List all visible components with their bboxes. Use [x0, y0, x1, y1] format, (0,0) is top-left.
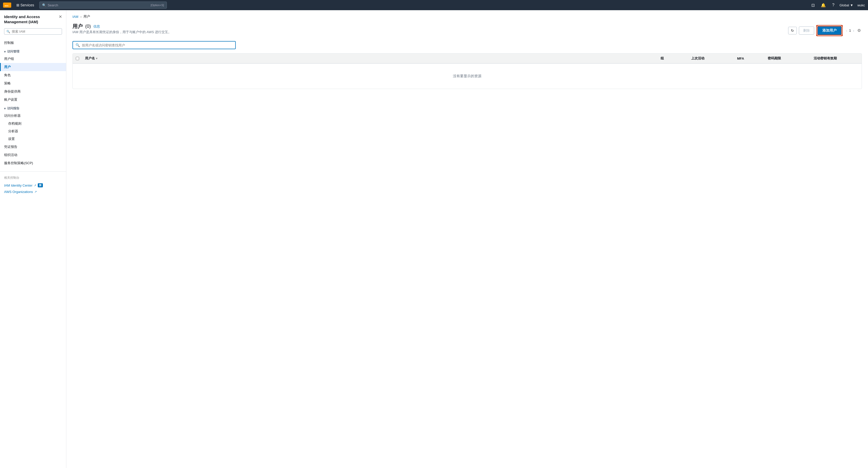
table-header-access-key-age[interactable]: 活动密钥有效期 — [811, 54, 862, 63]
users-search-input[interactable] — [82, 43, 233, 47]
chevron-down-icon: ▼ — [850, 3, 854, 7]
users-search-bar: 🔍 — [72, 41, 236, 49]
related-label: 相关控制台 — [4, 176, 62, 180]
nav-icons: ⊡ 🔔 ? Global ▼ wukc — [810, 2, 865, 9]
table-header-checkbox — [73, 54, 82, 63]
user-menu[interactable]: wukc — [857, 3, 865, 7]
table-header-username[interactable]: 用户名 ▾ — [82, 54, 657, 63]
section-label: 访问管理 — [7, 49, 20, 54]
sidebar-item-settings[interactable]: 设置 — [0, 135, 66, 143]
app-layout: Identity and Access Management (IAM) ✕ 🔍… — [0, 10, 868, 468]
breadcrumb-separator: › — [81, 15, 82, 19]
main-content: IAM › 用户 用户 (0) 信息 IAM 用户是具有长期凭证的身份，用于与账… — [66, 10, 868, 468]
panel-count: (0) — [85, 24, 91, 29]
sidebar-header: Identity and Access Management (IAM) ✕ — [0, 14, 66, 28]
table-header-last-activity[interactable]: 上次活动 — [688, 54, 734, 63]
services-button[interactable]: ⊞ Services — [14, 2, 36, 8]
new-badge: 新 — [38, 183, 43, 187]
pagination-prev-button[interactable]: ‹ — [845, 28, 848, 33]
sort-icon: ▾ — [96, 57, 97, 60]
sidebar-related-iam-identity-center[interactable]: IAM Identity Center ↗ 新 — [4, 182, 62, 189]
sidebar-item-access-analyzer[interactable]: 访问分析器 — [0, 112, 66, 120]
sidebar-item-policies[interactable]: 策略 — [0, 79, 66, 88]
refresh-button[interactable]: ↻ — [788, 27, 797, 34]
info-link[interactable]: 信息 — [93, 24, 100, 29]
sidebar-item-label: 存档规则 — [8, 122, 22, 125]
add-user-wrapper: 添加用户 — [816, 25, 843, 36]
table-header-password-age[interactable]: 密码期限 — [765, 54, 811, 63]
sidebar-item-dashboard[interactable]: 控制板 — [0, 39, 66, 47]
services-label: Services — [21, 3, 34, 7]
external-link-icon: ↗ — [34, 190, 37, 194]
add-user-button[interactable]: 添加用户 — [817, 26, 842, 35]
count-value: 0 — [87, 24, 89, 29]
sidebar-item-label: 角色 — [4, 73, 11, 77]
sidebar-item-label: 设置 — [8, 137, 15, 141]
sidebar-item-users[interactable]: 用户 — [0, 63, 66, 71]
panel-actions: ↻ 删除 添加用户 ‹ 1 › ⚙ — [788, 25, 862, 36]
sidebar-item-label: 身份提供商 — [4, 89, 21, 94]
pagination-page: 1 — [849, 29, 851, 32]
sidebar-item-label: 用户 — [4, 65, 11, 69]
sidebar-title: Identity and Access Management (IAM) — [4, 14, 59, 24]
top-nav: aws ⊞ Services 🔍 [Option+S] ⊡ 🔔 ? Global… — [0, 0, 868, 10]
breadcrumb: IAM › 用户 — [72, 14, 862, 19]
sidebar: Identity and Access Management (IAM) ✕ 🔍… — [0, 10, 66, 468]
help-button[interactable]: ? — [831, 2, 835, 8]
sidebar-item-identity-providers[interactable]: 身份提供商 — [0, 88, 66, 96]
sidebar-item-label: 账户设置 — [4, 97, 17, 102]
delete-button[interactable]: 删除 — [799, 27, 814, 35]
related-item-label: AWS Organizations — [4, 190, 33, 194]
column-label: 上次活动 — [691, 56, 705, 61]
sidebar-item-roles[interactable]: 角色 — [0, 71, 66, 79]
column-label: MFA — [737, 57, 744, 60]
breadcrumb-iam[interactable]: IAM — [72, 15, 78, 19]
sidebar-section-access-reports[interactable]: ▾ 访问报告 — [0, 104, 66, 112]
sidebar-item-org-activity[interactable]: 组织活动 — [0, 151, 66, 159]
sidebar-item-label: 凭证报告 — [4, 144, 17, 149]
search-input[interactable] — [48, 3, 149, 7]
sidebar-item-label: 组织活动 — [4, 153, 17, 157]
sidebar-item-label: 访问分析器 — [4, 113, 21, 118]
sidebar-search-input[interactable] — [12, 30, 60, 33]
grid-icon: ⊞ — [16, 3, 20, 7]
panel-title-area: 用户 (0) 信息 IAM 用户是具有长期凭证的身份，用于与账户中的 AWS 进… — [72, 23, 172, 38]
sidebar-item-archive-rules[interactable]: 存档规则 — [0, 120, 66, 128]
column-label: 组 — [660, 56, 664, 61]
sidebar-item-user-groups[interactable]: 用户组 — [0, 55, 66, 63]
user-label: wukc — [857, 3, 865, 7]
sidebar-item-label: 用户组 — [4, 57, 14, 61]
sidebar-related-aws-organizations[interactable]: AWS Organizations ↗ — [4, 189, 62, 195]
pagination-settings-button[interactable]: ⚙ — [856, 28, 862, 33]
aws-logo: aws — [3, 3, 11, 8]
sidebar-section-access-management[interactable]: ▾ 访问管理 — [0, 47, 66, 55]
sidebar-item-analyzer[interactable]: 分析器 — [0, 128, 66, 135]
sidebar-item-label: 策略 — [4, 81, 11, 86]
pagination-next-button[interactable]: › — [852, 28, 855, 33]
table-header-row: 用户名 ▾ 组 上次活动 MFA 密码期限 活动密钥有效期 — [73, 54, 862, 64]
select-all-checkbox[interactable] — [76, 57, 79, 60]
chevron-down-icon: ▾ — [4, 107, 6, 110]
search-icon: 🔍 — [42, 3, 46, 7]
notification-button[interactable]: 🔔 — [820, 2, 827, 9]
column-label: 用户名 — [85, 56, 95, 61]
table-header-groups[interactable]: 组 — [657, 54, 688, 63]
search-bar: 🔍 [Option+S] — [39, 2, 167, 9]
table-empty-message: 没有要显示的资源 — [73, 64, 862, 89]
table-header-mfa[interactable]: MFA — [734, 54, 765, 63]
related-item-label: IAM Identity Center — [4, 183, 32, 187]
sidebar-search: 🔍 — [4, 28, 62, 35]
region-selector[interactable]: Global ▼ — [839, 3, 853, 7]
region-label: Global — [839, 3, 849, 7]
panel-title: 用户 — [72, 23, 83, 30]
sidebar-item-account-settings[interactable]: 账户设置 — [0, 96, 66, 104]
users-table: 用户名 ▾ 组 上次活动 MFA 密码期限 活动密钥有效期 — [72, 53, 862, 89]
sidebar-item-label: 分析器 — [8, 129, 18, 133]
sidebar-item-scp[interactable]: 服务控制策略(SCP) — [0, 159, 66, 167]
sidebar-item-credential-reports[interactable]: 凭证报告 — [0, 143, 66, 151]
sidebar-close-button[interactable]: ✕ — [59, 14, 62, 19]
screen-icon-button[interactable]: ⊡ — [810, 2, 816, 9]
pagination: ‹ 1 › ⚙ — [845, 28, 862, 33]
panel-description: IAM 用户是具有长期凭证的身份，用于与账户中的 AWS 进行交互。 — [72, 30, 172, 34]
sidebar-item-label: 服务控制策略(SCP) — [4, 161, 33, 165]
